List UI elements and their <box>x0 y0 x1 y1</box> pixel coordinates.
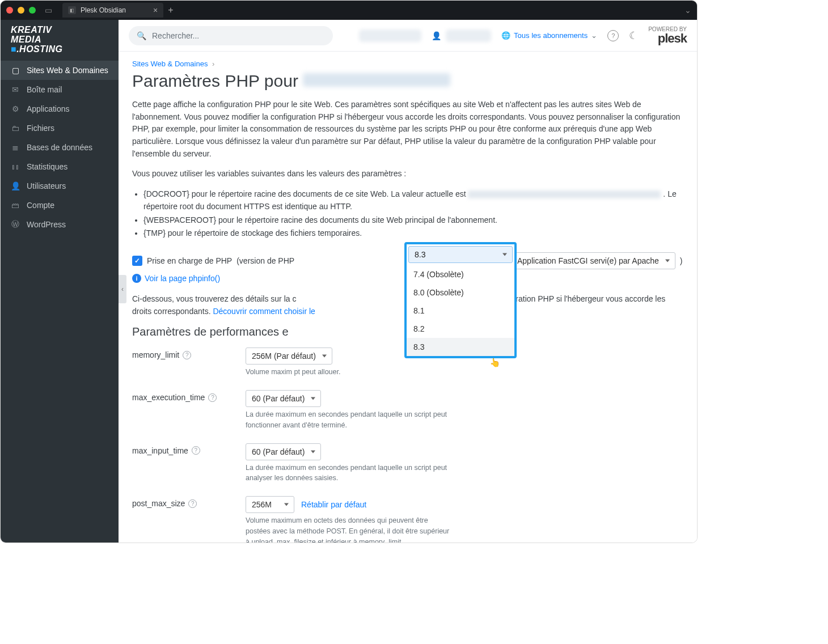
select-value: 60 (Par défaut) <box>252 394 305 403</box>
redacted-domain-title <box>303 73 450 87</box>
browser-tab[interactable]: ◧ Plesk Obsidian × <box>62 3 163 18</box>
brand-line2: MEDIA <box>11 35 108 45</box>
search-placeholder: Rechercher... <box>152 31 199 40</box>
intro-text: Cette page affiche la configuration PHP … <box>132 99 683 160</box>
sidebar-item-files[interactable]: 🗀 Fichiers <box>1 118 119 138</box>
breadcrumb-link[interactable]: Sites Web & Domaines <box>132 60 208 68</box>
redacted-domain <box>359 29 421 42</box>
setting-post-max-size: post_max_size ? 256M Rétablir par défaut… <box>132 496 683 543</box>
php-version-dropdown[interactable]: 8.3 7.4 (Obsolète) 8.0 (Obsolète) 8.1 8.… <box>404 242 517 358</box>
php-version-select[interactable]: 8.3 <box>408 246 513 263</box>
cursor-icon: 👆 <box>489 357 501 368</box>
user-menu[interactable]: 👤 <box>432 29 491 42</box>
minimize-window-button[interactable] <box>18 7 24 14</box>
redacted-path <box>468 190 661 198</box>
help-icon[interactable]: ? <box>192 446 200 455</box>
sidebar-item-apps[interactable]: ⚙ Applications <box>1 99 119 118</box>
php-handler-select[interactable]: Application FastCGI servi(e) par Apache <box>511 252 675 269</box>
redacted-user <box>446 29 491 42</box>
help-icon[interactable]: ? <box>208 393 217 402</box>
setting-label: max_execution_time <box>132 393 205 402</box>
select-value: 60 (Par défaut) <box>252 447 305 456</box>
breadcrumb[interactable]: Sites Web & Domaines › <box>132 60 683 68</box>
subscriptions-switcher[interactable]: 🌐 Tous les abonnements ⌄ <box>501 31 597 40</box>
globe-icon: 🌐 <box>501 31 510 40</box>
titlebar-chevron-icon[interactable]: ⌄ <box>685 6 691 15</box>
search-input[interactable]: 🔍 Rechercher... <box>129 26 333 45</box>
setting-label: post_max_size <box>132 499 185 508</box>
maximize-window-button[interactable] <box>29 7 36 14</box>
list-item: {WEBSPACEROOT} pour le répertoire racine… <box>143 214 683 227</box>
chevron-right-icon: › <box>212 60 214 68</box>
folder-icon: 🗀 <box>11 124 20 133</box>
variables-list: {DOCROOT} pour le répertoire racine des … <box>143 188 683 240</box>
page-title: Paramètres PHP pour <box>132 71 683 91</box>
reset-default-link[interactable]: Rétablir par défaut <box>301 500 366 509</box>
sidebar-item-label: WordPress <box>27 220 66 229</box>
post-max-size-select[interactable]: 256M <box>246 496 294 513</box>
sidebar-item-sites[interactable]: ▢ Sites Web & Domaines <box>1 61 119 80</box>
sidebar: KREATIV MEDIA ■.HOSTING ▢ Sites Web & Do… <box>1 20 119 543</box>
search-icon: 🔍 <box>137 31 146 40</box>
setting-hint: La durée maximum en secondes pendant laq… <box>246 463 450 484</box>
sidebar-item-label: Compte <box>27 201 54 210</box>
dropdown-option[interactable]: 8.1 <box>407 302 514 320</box>
vars-intro: Vous pouvez utiliser les variables suiva… <box>132 168 683 180</box>
dropdown-option[interactable]: 8.2 <box>407 320 514 338</box>
setting-label: max_input_time <box>132 446 188 455</box>
select-value: 256M <box>252 500 272 509</box>
select-value: 8.3 <box>415 250 425 259</box>
sidebar-item-account[interactable]: 🗃 Compte <box>1 196 119 215</box>
window-overview-icon[interactable]: ▭ <box>45 6 52 15</box>
user-icon: 👤 <box>432 31 441 40</box>
setting-label: memory_limit <box>132 350 179 359</box>
memory-limit-select[interactable]: 256M (Par défaut) <box>246 348 332 365</box>
sidebar-item-label: Statistiques <box>27 162 67 171</box>
tab-favicon: ◧ <box>68 6 76 14</box>
max-input-time-select[interactable]: 60 (Par défaut) <box>246 443 321 460</box>
dropdown-option[interactable]: 8.0 (Obsolète) <box>407 283 514 302</box>
dark-mode-toggle[interactable]: ☾ <box>629 29 638 42</box>
max-execution-time-select[interactable]: 60 (Par défaut) <box>246 390 321 407</box>
wordpress-icon: Ⓦ <box>11 220 20 229</box>
help-button[interactable]: ? <box>607 30 619 41</box>
brand-logo: KREATIV MEDIA ■.HOSTING <box>1 20 119 61</box>
plesk-logo: POWERED BY plesk <box>648 27 687 45</box>
sidebar-item-users[interactable]: 👤 Utilisateurs <box>1 176 119 196</box>
sidebar-item-label: Sites Web & Domaines <box>27 66 108 75</box>
sidebar-item-label: Bases de données <box>27 143 92 152</box>
help-icon[interactable]: ? <box>183 351 191 359</box>
setting-max-execution-time: max_execution_time ? 60 (Par défaut) La … <box>132 390 683 431</box>
sidebar-item-label: Boîte mail <box>27 85 62 94</box>
database-icon: ≣ <box>11 143 20 152</box>
new-tab-button[interactable]: + <box>168 5 173 15</box>
closing-paren: ) <box>680 256 683 265</box>
sidebar-item-label: Fichiers <box>27 124 54 133</box>
setting-hint: Volume maximum en octets des données qui… <box>246 515 450 543</box>
sidebar-item-wordpress[interactable]: Ⓦ WordPress <box>1 215 119 234</box>
stats-icon: ⫾⫾ <box>11 162 20 171</box>
sidebar-item-label: Applications <box>27 104 70 113</box>
sidebar-item-mail[interactable]: ✉ Boîte mail <box>1 80 119 99</box>
php-support-label: Prise en charge de PHP <box>147 256 232 265</box>
mail-icon: ✉ <box>11 85 20 94</box>
tab-close-icon[interactable]: × <box>153 6 158 15</box>
list-item: {TMP} pour le répertoire de stockage des… <box>143 227 683 240</box>
chevron-down-icon: ⌄ <box>591 31 597 40</box>
help-icon[interactable]: ? <box>188 499 197 508</box>
subscriptions-label: Tous les abonnements <box>514 31 588 40</box>
discover-link[interactable]: Découvrir comment choisir le <box>213 307 315 316</box>
close-window-button[interactable] <box>6 7 13 14</box>
dropdown-option[interactable]: 8.3 <box>407 338 514 356</box>
sidebar-item-label: Utilisateurs <box>27 181 66 190</box>
setting-hint: Volume maxim pt peut allouer. <box>246 367 450 378</box>
php-support-checkbox[interactable]: ✓ <box>132 256 142 266</box>
sidebar-item-stats[interactable]: ⫾⫾ Statistiques <box>1 157 119 176</box>
traffic-lights <box>6 7 36 14</box>
wallet-icon: 🗃 <box>11 201 20 210</box>
dropdown-option[interactable]: 7.4 (Obsolète) <box>407 265 514 283</box>
window-titlebar: ▭ ◧ Plesk Obsidian × + ⌄ <box>1 1 697 20</box>
monitor-icon: ▢ <box>11 66 20 75</box>
sidebar-item-databases[interactable]: ≣ Bases de données <box>1 138 119 157</box>
php-handler-value: Application FastCGI servi(e) par Apache <box>517 256 659 265</box>
